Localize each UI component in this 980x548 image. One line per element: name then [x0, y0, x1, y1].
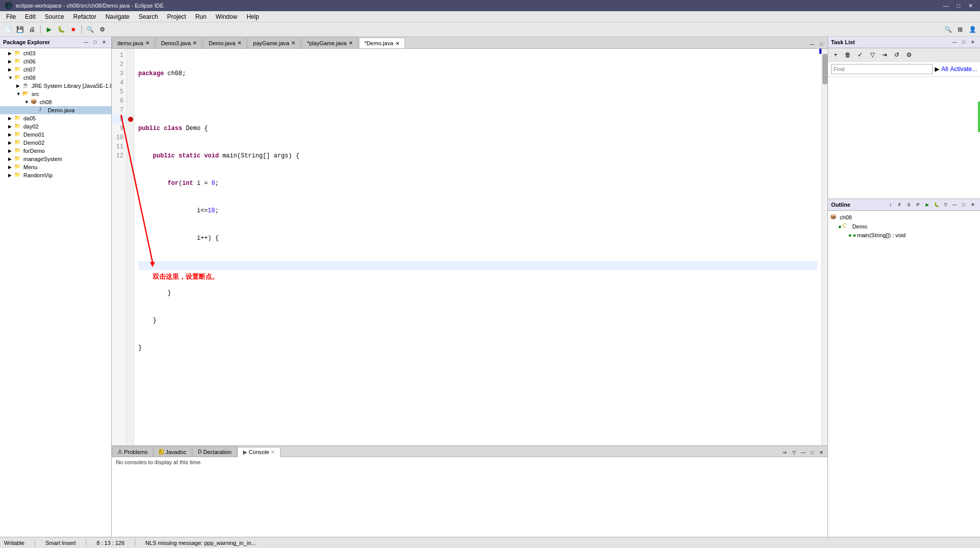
perspective-button[interactable]: ⊞ — [955, 24, 966, 35]
menu-help[interactable]: Help — [242, 12, 263, 21]
tl-complete-btn[interactable]: ✓ — [854, 49, 866, 60]
tree-item-demo-java[interactable]: ▶ J Demo.java — [0, 106, 111, 114]
menu-project[interactable]: Project — [163, 12, 190, 21]
tl-new-task-btn[interactable]: + — [830, 49, 841, 60]
outline-hide-statics-btn[interactable]: S — [905, 201, 913, 209]
bottom-minimize-btn[interactable]: — — [799, 448, 807, 457]
tree-item-day02[interactable]: ▶ 📁 day02 — [0, 122, 111, 131]
tab-demo-java-1[interactable]: demo.java ✕ — [112, 37, 155, 48]
tab-demo-java-active[interactable]: *Demo.java ✕ — [359, 38, 405, 49]
menu-window[interactable]: Window — [211, 12, 241, 21]
tree-item-src[interactable]: ▼ 📂 src — [0, 90, 111, 98]
menu-navigate[interactable]: Navigate — [101, 12, 133, 21]
tab-demo-java-2[interactable]: Demo.java ✕ — [203, 37, 247, 48]
menu-source[interactable]: Source — [41, 12, 68, 21]
tl-delete-btn[interactable]: 🗑 — [842, 49, 853, 60]
outline-menu-btn[interactable]: ▽ — [941, 201, 950, 209]
tree-item-ch07[interactable]: ▶ 📁 ch07 — [0, 66, 111, 74]
task-all-label[interactable]: All — [941, 66, 948, 73]
tree-item-demo02[interactable]: ▶ 📁 Demo02 — [0, 139, 111, 147]
outline-demo-class[interactable]: ● C Demo — [828, 222, 980, 231]
tree-item-managesystem[interactable]: ▶ 📁 manageSystem — [0, 155, 111, 163]
tl-maximize-btn[interactable]: □ — [960, 38, 968, 46]
new-button[interactable]: 📄 — [2, 24, 13, 35]
outline-main-method[interactable]: ● ● main(String[]) : void — [828, 231, 980, 239]
outline-maximize-btn[interactable]: □ — [960, 201, 968, 209]
tree-item-ch03[interactable]: ▶ 📁 ch03 — [0, 49, 111, 57]
menu-refactor[interactable]: Refactor — [69, 12, 100, 21]
outline-close-btn[interactable]: ✕ — [969, 201, 977, 209]
editor-maximize-btn[interactable]: □ — [817, 40, 825, 48]
tree-item-demo01[interactable]: ▶ 📁 Demo01 — [0, 131, 111, 139]
tab-close[interactable]: ✕ — [145, 40, 149, 46]
outline-minimize-btn[interactable]: — — [951, 201, 959, 209]
tree-item-ch06[interactable]: ▶ 📁 ch06 — [0, 57, 111, 66]
tree-item-jre[interactable]: ▶ ☕ JRE System Library [JavaSE-1.8] — [0, 82, 111, 90]
tab-declaration[interactable]: D Declaration — [192, 446, 237, 457]
title-bar-controls[interactable]: — □ ✕ — [940, 2, 976, 10]
outline-hide-fields-btn[interactable]: F — [896, 201, 904, 209]
tab-paygame-java[interactable]: payGame.java ✕ — [248, 37, 301, 48]
maximize-button[interactable]: □ — [954, 2, 963, 10]
tl-close-btn[interactable]: ✕ — [969, 38, 977, 46]
outline-debug-btn[interactable]: 🐛 — [932, 201, 940, 209]
tree-item-randomvip[interactable]: ▶ 📁 RandomVip — [0, 171, 111, 179]
menu-edit[interactable]: Edit — [21, 12, 40, 21]
tl-settings-btn[interactable]: ⚙ — [903, 49, 914, 60]
tl-minimize-btn[interactable]: — — [951, 38, 959, 46]
tree-item-menu[interactable]: ▶ 📁 Menu — [0, 163, 111, 171]
bottom-close-btn[interactable]: ✕ — [817, 448, 825, 457]
outline-sort-btn[interactable]: ↕ — [886, 201, 895, 209]
tl-push-btn[interactable]: ⇥ — [879, 49, 890, 60]
pe-minimize-button[interactable]: — — [82, 38, 90, 46]
tab-demo3-java[interactable]: Demo3.java ✕ — [156, 37, 203, 48]
tab-console[interactable]: ▶ Console ✕ — [237, 447, 280, 457]
tab-close[interactable]: ✕ — [291, 40, 295, 46]
settings-button[interactable]: ⚙ — [97, 24, 108, 35]
bottom-open-console-btn[interactable]: ⇒ — [781, 448, 789, 457]
code-editor[interactable]: package ch08; public class Demo { public… — [134, 49, 821, 445]
bottom-maximize-btn[interactable]: □ — [808, 448, 816, 457]
run-button[interactable]: ▶ — [43, 24, 54, 35]
editor-vscroll[interactable] — [821, 49, 828, 445]
gutter-8-breakpoint[interactable] — [127, 115, 134, 124]
tree-item-ch08[interactable]: ▼ 📁 ch08 — [0, 74, 111, 82]
task-search-btn[interactable]: ▶ — [935, 66, 939, 73]
tl-filter-btn[interactable]: ▽ — [867, 49, 878, 60]
outline-hide-nonpublic-btn[interactable]: P — [914, 201, 922, 209]
menu-run[interactable]: Run — [191, 12, 210, 21]
tree-item-fordemo[interactable]: ▶ 📁 forDemo — [0, 147, 111, 155]
editor-minimize-btn[interactable]: — — [808, 40, 816, 48]
tl-sync-btn[interactable]: ↺ — [891, 49, 902, 60]
task-find-input[interactable] — [831, 64, 933, 74]
outline-ch08[interactable]: 📦 ch08 — [828, 213, 980, 222]
bottom-view-menu-btn[interactable]: ▽ — [790, 448, 798, 457]
tab-playgame-java[interactable]: *playGame.java ✕ — [301, 37, 358, 48]
search-global-button[interactable]: 🔍 — [942, 24, 954, 35]
outline-run-btn[interactable]: ▶ — [923, 201, 931, 209]
person-button[interactable]: 👤 — [967, 24, 978, 35]
tree-item-ch08-src[interactable]: ▼ 📦 ch08 — [0, 98, 111, 106]
pe-tree[interactable]: ▶ 📁 ch03 ▶ 📁 ch06 ▶ 📁 ch07 ▼ — [0, 48, 111, 537]
tab-close[interactable]: ✕ — [395, 41, 400, 46]
task-activate-label[interactable]: Activate... — [950, 66, 977, 73]
stop-button[interactable]: ■ — [68, 24, 79, 35]
print-button[interactable]: 🖨 — [26, 24, 38, 35]
close-button[interactable]: ✕ — [965, 2, 976, 10]
save-button[interactable]: 💾 — [14, 24, 25, 35]
vscroll-thumb[interactable] — [822, 54, 828, 84]
menu-search[interactable]: Search — [135, 12, 162, 21]
tab-close[interactable]: ✕ — [237, 40, 241, 46]
pe-close-button[interactable]: ✕ — [100, 38, 108, 46]
minimize-button[interactable]: — — [940, 2, 952, 10]
search-button[interactable]: 🔍 — [84, 24, 96, 35]
tab-close[interactable]: ✕ — [193, 40, 197, 46]
tab-problems[interactable]: ⚠ Problems — [112, 446, 153, 457]
editor-area[interactable]: 1 2 3 4 5 6 7 8 9 10 11 12 — [112, 49, 828, 445]
pe-maximize-button[interactable]: □ — [91, 38, 99, 46]
tab-close[interactable]: ✕ — [349, 40, 353, 46]
debug-button[interactable]: 🐛 — [55, 24, 67, 35]
tab-javadoc[interactable]: J Javadoc — [154, 446, 192, 457]
menu-file[interactable]: File — [2, 12, 20, 21]
tree-item-da05[interactable]: ▶ 📁 da05 — [0, 114, 111, 122]
